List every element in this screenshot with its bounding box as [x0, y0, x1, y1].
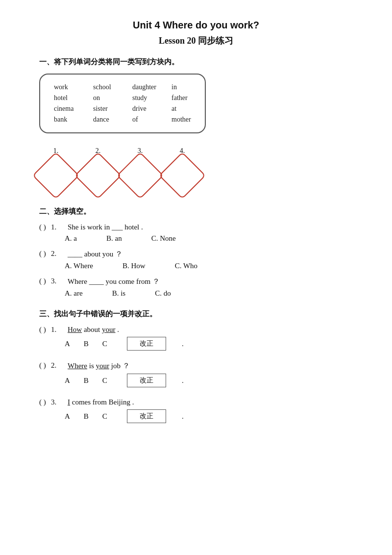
- diamond-container-2: 2.: [81, 147, 115, 192]
- word-item: work: [54, 83, 93, 91]
- section3-content: ( )1.How about your .ABC改正.( )2.Where is…: [39, 326, 353, 423]
- abc-letter: C: [102, 412, 107, 421]
- option: A. Where: [65, 262, 93, 270]
- correction-box[interactable]: 改正: [127, 409, 166, 423]
- option: B. an: [106, 234, 122, 243]
- answer-paren: ( ): [39, 398, 48, 406]
- period: .: [182, 412, 184, 421]
- abc-letter: B: [84, 377, 89, 385]
- section3-title: 三、找出句子中错误的一项并改正。: [39, 309, 353, 319]
- question-num: 3.: [51, 277, 65, 285]
- correction-box[interactable]: 改正: [127, 337, 166, 351]
- answer-paren: ( ): [39, 223, 48, 231]
- diamond-row: 1.2.3.4.: [39, 147, 353, 192]
- word-item: dance: [93, 116, 132, 124]
- question-text: How about your .: [68, 326, 119, 334]
- answer-paren: ( ): [39, 277, 48, 285]
- word-box: workschooldaughterinhotelonstudyfatherci…: [39, 74, 206, 133]
- option: C. Who: [175, 262, 197, 270]
- section1-title: 一、将下列单词分类将同一类写到方块内。: [39, 57, 353, 67]
- word-item: on: [93, 94, 132, 102]
- abc-letter: C: [102, 377, 107, 385]
- question-text: ____ about you ？: [68, 250, 122, 259]
- option: A. a: [65, 234, 77, 243]
- word-item: father: [172, 94, 211, 102]
- s3-q-row: ( )1.How about your .: [39, 326, 353, 334]
- word-item: in: [172, 83, 211, 91]
- period: .: [182, 377, 184, 385]
- diamond-shape-4: [159, 152, 206, 199]
- question-text: I comes from Beijing .: [68, 398, 134, 406]
- question-num: 1.: [51, 223, 65, 231]
- s3-question-block-2: ( )2.Where is your job ？ABC改正.: [39, 361, 353, 387]
- abc-letter: A: [65, 377, 70, 385]
- word-item: cinema: [54, 105, 93, 113]
- diamond-container-1: 1.: [39, 147, 73, 192]
- question-num: 2.: [51, 361, 65, 370]
- option: A. are: [65, 289, 83, 298]
- question-row-1: ( )1.She is work in ___ hotel .: [39, 223, 353, 231]
- option: B. How: [122, 262, 146, 270]
- word-item: bank: [54, 116, 93, 124]
- question-row-2: ( )2.____ about you ？: [39, 250, 353, 259]
- abc-letter: A: [65, 340, 70, 348]
- s3-q-row: ( )2.Where is your job ？: [39, 361, 353, 371]
- word-item: sister: [93, 105, 132, 113]
- answer-paren: ( ): [39, 326, 48, 334]
- word-item: daughter: [132, 83, 172, 91]
- s3-abc-row: ABC改正.: [65, 409, 353, 423]
- period: .: [182, 340, 184, 348]
- option: C. None: [151, 234, 176, 243]
- option: C. do: [155, 289, 171, 298]
- question-row-3: ( )3.Where ____ you come from ？: [39, 277, 353, 286]
- word-item: study: [132, 94, 172, 102]
- abc-letter: A: [65, 412, 70, 421]
- answer-paren: ( ): [39, 250, 48, 258]
- title-sub: Lesson 20 同步练习: [39, 35, 353, 47]
- abc-letter: C: [102, 340, 107, 348]
- diamond-shape-2: [74, 152, 122, 199]
- question-num: 3.: [51, 398, 65, 406]
- word-grid: workschooldaughterinhotelonstudyfatherci…: [54, 83, 191, 124]
- options-row-3: A. areB. isC. do: [65, 289, 353, 298]
- word-item: mother: [172, 116, 211, 124]
- options-row-2: A. WhereB. HowC. Who: [65, 262, 353, 270]
- word-item: drive: [132, 105, 172, 113]
- diamond-shape-1: [32, 152, 79, 199]
- option: B. is: [112, 289, 126, 298]
- s3-abc-row: ABC改正.: [65, 374, 353, 387]
- question-num: 2.: [51, 250, 65, 258]
- question-text: Where ____ you come from ？: [68, 277, 160, 286]
- question-num: 1.: [51, 326, 65, 334]
- section2-title: 二、选择填空。: [39, 207, 353, 216]
- abc-letter: B: [84, 412, 89, 421]
- word-item: at: [172, 105, 211, 113]
- options-row-1: A. aB. anC. None: [65, 234, 353, 243]
- s3-q-row: ( )3.I comes from Beijing .: [39, 398, 353, 406]
- question-text: She is work in ___ hotel .: [68, 223, 143, 231]
- diamond-container-3: 3.: [123, 147, 157, 192]
- s3-question-block-3: ( )3.I comes from Beijing .ABC改正.: [39, 398, 353, 423]
- section2-content: ( )1.She is work in ___ hotel .A. aB. an…: [39, 223, 353, 298]
- s3-question-block-1: ( )1.How about your .ABC改正.: [39, 326, 353, 351]
- s3-abc-row: ABC改正.: [65, 337, 353, 351]
- answer-paren: ( ): [39, 361, 48, 370]
- word-item: school: [93, 83, 132, 91]
- abc-letter: B: [84, 340, 89, 348]
- word-item: hotel: [54, 94, 93, 102]
- title-main: Unit 4 Where do you work?: [39, 20, 353, 31]
- diamond-shape-3: [117, 152, 164, 199]
- correction-box[interactable]: 改正: [127, 374, 166, 387]
- word-item: of: [132, 116, 172, 124]
- diamond-container-4: 4.: [166, 147, 199, 192]
- question-text: Where is your job ？: [68, 361, 130, 371]
